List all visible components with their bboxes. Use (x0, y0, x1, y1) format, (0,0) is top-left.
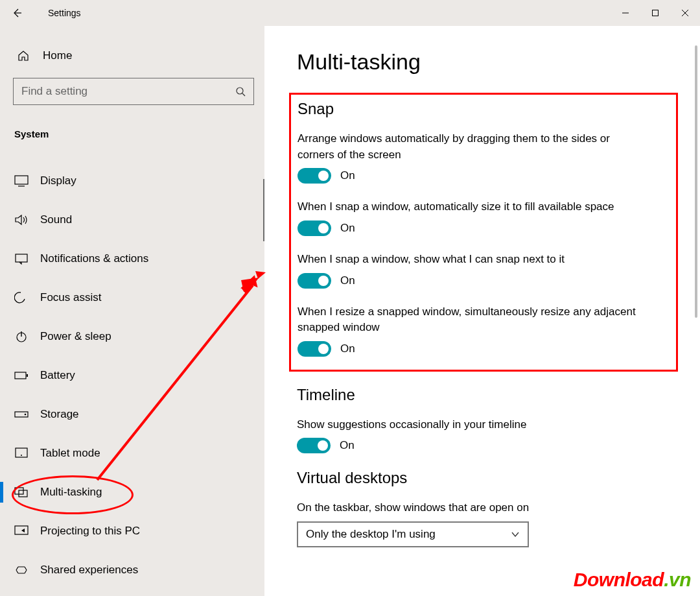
home-link[interactable]: Home (0, 42, 264, 70)
sidebar-item-label: Storage (40, 408, 79, 421)
sidebar-item-power-sleep[interactable]: Power & sleep (0, 317, 264, 356)
timeline-setting-1-toggle[interactable] (297, 438, 331, 453)
snap-setting-1-desc: Arrange windows automatically by draggin… (298, 131, 648, 163)
storage-icon (14, 407, 34, 422)
notifications-icon (14, 252, 34, 266)
titlebar: Settings (0, 0, 700, 26)
power-icon (14, 329, 34, 344)
sidebar-item-projecting[interactable]: Projecting to this PC (0, 512, 264, 551)
snap-heading: Snap (298, 100, 670, 118)
svg-point-16 (21, 455, 22, 456)
nav-list: Display Sound Notifications & actions Fo… (0, 146, 264, 590)
battery-icon (14, 368, 34, 383)
virtual-desktops-taskbar-dropdown[interactable]: Only the desktop I'm using (297, 521, 529, 547)
chevron-down-icon (511, 531, 520, 538)
focus-assist-icon (14, 291, 34, 305)
back-button[interactable] (5, 1, 29, 25)
toggle-state: On (340, 342, 355, 355)
sidebar: Home System Display Sound Notificat (0, 26, 264, 596)
sidebar-item-label: Display (40, 174, 76, 187)
toggle-state: On (340, 222, 355, 235)
category-label: System (0, 113, 264, 146)
sidebar-item-storage[interactable]: Storage (0, 395, 264, 434)
home-label: Home (43, 49, 72, 62)
svg-rect-19 (15, 526, 28, 534)
minimize-button[interactable] (611, 0, 640, 26)
dropdown-value: Only the desktop I'm using (306, 528, 436, 541)
svg-rect-12 (27, 374, 28, 377)
snap-setting-1-toggle[interactable] (298, 168, 331, 184)
snap-setting-2-toggle[interactable] (298, 221, 331, 236)
content-scrollbar[interactable] (695, 45, 697, 318)
home-icon (17, 49, 36, 62)
maximize-button[interactable] (640, 0, 670, 26)
tablet-icon (14, 446, 34, 460)
toggle-state: On (340, 169, 355, 182)
virtual-desktops-heading: Virtual desktops (297, 469, 694, 487)
sidebar-item-battery[interactable]: Battery (0, 356, 264, 395)
sidebar-item-label: Tablet mode (40, 447, 100, 460)
svg-rect-1 (653, 10, 659, 16)
shared-icon (14, 563, 34, 577)
sidebar-item-multitasking[interactable]: Multi-tasking (0, 473, 264, 512)
sidebar-item-label: Projecting to this PC (40, 525, 140, 538)
projecting-icon (14, 524, 34, 538)
sidebar-item-label: Multi-tasking (40, 486, 102, 499)
snap-setting-4-toggle[interactable] (298, 341, 331, 357)
search-field[interactable] (21, 85, 235, 98)
snap-setting-3-desc: When I snap a window, show what I can sn… (298, 252, 648, 268)
window-title: Settings (48, 8, 81, 18)
svg-rect-8 (16, 254, 27, 262)
multitasking-icon (14, 485, 34, 499)
sidebar-item-label: Sound (40, 213, 72, 226)
sidebar-item-label: Notifications & actions (40, 252, 148, 265)
toggle-state: On (340, 439, 355, 452)
search-input[interactable] (13, 78, 254, 105)
snap-setting-3-toggle[interactable] (298, 273, 331, 289)
svg-point-14 (25, 414, 27, 416)
sidebar-item-sound[interactable]: Sound (0, 200, 264, 239)
timeline-setting-1-desc: Show suggestions occasionally in your ti… (297, 417, 647, 433)
sidebar-item-label: Battery (40, 369, 75, 382)
sidebar-item-label: Focus assist (40, 291, 101, 304)
search-icon (235, 86, 246, 97)
page-title: Multi-tasking (297, 49, 694, 75)
toggle-state: On (340, 274, 355, 287)
snap-setting-4-desc: When I resize a snapped window, simultan… (298, 304, 648, 336)
sidebar-item-label: Power & sleep (40, 330, 111, 343)
content-pane: Multi-tasking Snap Arrange windows autom… (264, 26, 700, 596)
timeline-heading: Timeline (297, 386, 694, 404)
window-controls (611, 0, 700, 26)
sidebar-item-display[interactable]: Display (0, 161, 264, 200)
display-icon (14, 174, 34, 188)
svg-point-4 (237, 88, 243, 94)
svg-rect-11 (15, 372, 26, 379)
sidebar-item-shared-experiences[interactable]: Shared experiences (0, 551, 264, 590)
virtual-desktops-setting-1-desc: On the taskbar, show windows that are op… (297, 500, 647, 516)
svg-rect-6 (15, 176, 28, 184)
sidebar-item-label: Shared experiences (40, 564, 138, 577)
snap-setting-2-desc: When I snap a window, automatically size… (298, 199, 648, 215)
annotation-highlight-box: Snap Arrange windows automatically by dr… (289, 93, 678, 372)
close-button[interactable] (670, 0, 700, 26)
sidebar-item-notifications[interactable]: Notifications & actions (0, 239, 264, 278)
svg-line-5 (242, 93, 245, 96)
sidebar-item-focus-assist[interactable]: Focus assist (0, 278, 264, 317)
sound-icon (14, 213, 34, 227)
sidebar-item-tablet-mode[interactable]: Tablet mode (0, 434, 264, 473)
